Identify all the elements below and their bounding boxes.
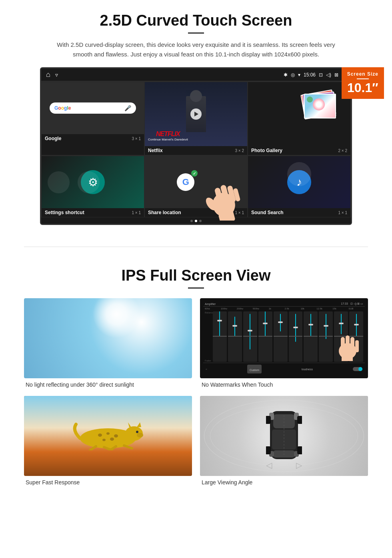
amp-time: 17:33 [341,302,348,305]
eq-label-balance: Balance [205,311,211,314]
badge-title: Screen Size [347,71,378,77]
sunlight-caption: No light reflecting under 360° direct su… [24,381,192,388]
google-label-size: 3 × 1 [132,136,141,141]
google-logo: Google [54,105,71,111]
netflix-label-size: 3 × 2 [235,149,244,153]
feature-watermarks: Amplifier 17:33 ⊡ ◁) ⊠ ▭ 60hz 100hz 200h… [200,298,368,388]
amp-loudness-label: loudness [302,368,313,371]
svg-point-21 [114,434,118,438]
cheetah-image [24,396,192,476]
section1-title: 2.5D Curved Touch Screen [24,12,368,29]
netflix-play-button[interactable] [190,108,202,120]
netflix-thumbnail: NETFLIX Continue Marvel's Daredevil [145,82,247,146]
google-search-bar[interactable]: Google 🎤 [50,102,136,114]
sound-thumbnail: ♪ [248,156,350,208]
freq-200: 200hz [237,307,252,310]
google-thumbnail: Google 🎤 [42,82,144,134]
bluetooth-icon: ✱ [284,72,288,78]
car-image: ◁ ▷ [200,396,368,476]
feature-sunlight: No light reflecting under 360° direct su… [24,298,192,388]
usb-icon: ▿ [55,72,58,78]
eq-label-fader: Fader [205,359,211,362]
touch-hand-equalizer-icon [334,321,362,361]
amp-title: Amplifier [205,303,216,305]
app-cell-sound[interactable]: ♪ Sound Search 1 × 1 [248,156,351,217]
dot-1 [190,220,193,222]
app-cell-settings[interactable]: ⚙ Settings shortcut 1 × 1 [41,156,144,217]
settings-label-row: Settings shortcut 1 × 1 [42,208,144,217]
freq-15k: 15k [332,307,347,310]
maps-g-logo: G ✓ [176,172,196,192]
sound-label-row: Sound Search 1 × 1 [248,208,350,217]
netflix-logo-text: NETFLIX [156,130,180,137]
svg-marker-16 [128,422,131,427]
google-label-row: Google 3 × 1 [42,134,144,143]
status-time: 15:06 [304,72,316,78]
badge-size: 10.1″ [347,81,378,95]
sunlight-bg [24,298,192,378]
netflix-label-row: Netflix 3 × 2 [145,146,247,155]
app-cell-photo[interactable]: Photo Gallery 2 × 2 [248,82,351,155]
svg-rect-11 [355,340,359,352]
freq-60: 60hz [205,307,220,310]
device-screen: ⌂ ▿ ✱ ◎ ▾ 15:06 ⊡ ◁) ⊠ ▭ [40,67,352,225]
svg-rect-8 [341,337,345,352]
cheetah-bg [24,396,192,476]
dot-2-active [195,220,197,222]
sound-label-size: 1 × 1 [338,211,347,215]
status-bar: ⌂ ▿ ✱ ◎ ▾ 15:06 ⊡ ◁) ⊠ ▭ [41,68,351,81]
svg-rect-36 [266,416,271,424]
netflix-subtitle: Continue Marvel's Daredevil [148,138,188,141]
status-bar-left: ⌂ ▿ [46,70,58,79]
close-icon: ⊠ [334,72,338,78]
sunlight-image [24,298,192,378]
svg-marker-15 [137,422,141,427]
svg-point-20 [106,432,110,435]
screen-size-badge: Screen Size 10.1″ [342,67,384,99]
app-cell-google[interactable]: Google 🎤 Google 3 × 1 [41,82,144,155]
netflix-logo-overlay: NETFLIX Continue Marvel's Daredevil [148,130,188,141]
cheetah-caption: Super Fast Response [24,479,192,486]
section1-description: With 2.5D curved-display screen, this de… [56,40,336,59]
cheetah-svg [72,418,144,450]
svg-line-24 [90,446,96,450]
settings-label-name: Settings shortcut [45,210,84,215]
amplifier-image: Amplifier 17:33 ⊡ ◁) ⊠ ▭ 60hz 100hz 200h… [200,298,368,378]
amp-toggle[interactable] [353,367,362,371]
svg-point-22 [102,439,106,441]
title-divider [188,32,204,34]
svg-rect-9 [346,335,350,352]
app-cell-netflix[interactable]: NETFLIX Continue Marvel's Daredevil Netf… [144,82,248,155]
watermarks-caption: No Watermarks When Touch [200,381,368,388]
feature-cheetah: Super Fast Response [24,396,192,486]
amp-icons: ⊡ ◁) ⊠ ▭ [350,302,363,305]
photo-label-row: Photo Gallery 2 × 2 [248,146,350,155]
svg-rect-10 [350,337,354,352]
svg-rect-37 [297,416,302,424]
section2-title-divider [188,287,204,289]
google-mic-icon: 🎤 [124,105,131,111]
freq-100: 100hz [221,307,236,310]
maps-thumbnail: G ✓ [145,156,247,208]
svg-rect-38 [266,446,271,454]
maps-label-name: Share location [148,210,181,215]
app-grid: Google 🎤 Google 3 × 1 [41,81,351,155]
svg-point-18 [136,431,138,433]
home-icon: ⌂ [46,70,50,79]
feature-grid: No light reflecting under 360° direct su… [24,298,368,486]
badge-divider [357,78,369,79]
freq-10k: 10k [300,307,315,310]
section-divider-hr [24,247,368,247]
freq-2k5: 2.5k [285,307,300,310]
car-top-view-svg [266,403,302,467]
app-cell-maps[interactable]: G ✓ [144,156,248,217]
svg-rect-39 [297,446,302,454]
svg-point-23 [110,438,114,441]
freq-12k5: 12.5k [316,307,331,310]
amp-custom-label: Custom [250,369,259,371]
google-maps-icon: G [177,173,194,191]
freq-1k: 1k [269,307,284,310]
photo-label-name: Photo Gallery [251,148,282,153]
photo-label-size: 2 × 2 [338,149,347,153]
car-caption: Large Viewing Angle [200,479,368,486]
